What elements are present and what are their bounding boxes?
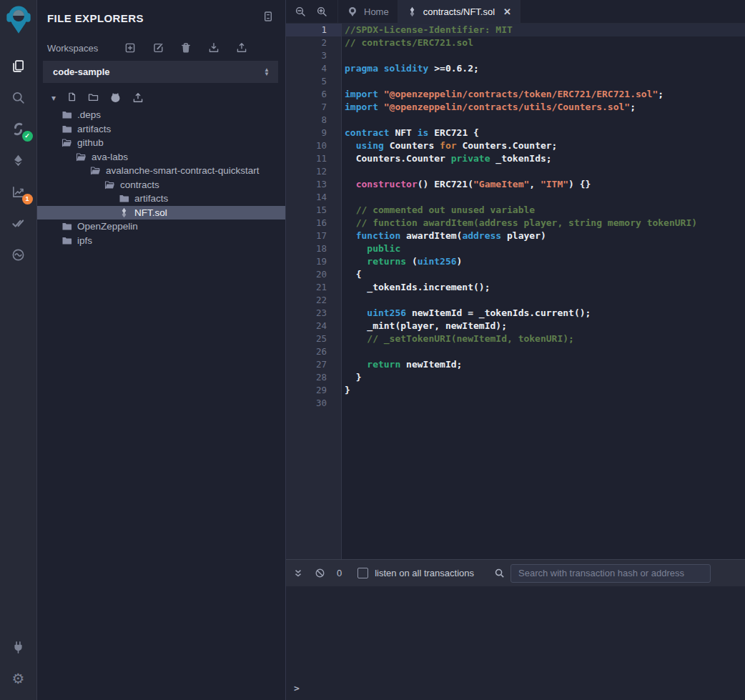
line-number[interactable]: 26	[286, 345, 342, 358]
code-line[interactable]: function awardItem(address player)	[342, 230, 745, 242]
code-line[interactable]: public	[342, 242, 745, 255]
code-line[interactable]	[342, 397, 745, 410]
code-line[interactable]: }	[342, 371, 745, 384]
line-number[interactable]: 6	[286, 88, 342, 101]
sidebar-sourcify-icon[interactable]	[6, 239, 31, 270]
code-line[interactable]: import "@openzeppelin/contracts/utils/Co…	[342, 101, 745, 114]
terminal-output[interactable]: >	[286, 586, 745, 700]
line-number[interactable]: 7	[286, 101, 342, 114]
sidebar-settings-icon[interactable]: ⚙	[6, 663, 31, 694]
code-line[interactable]: // _setTokenURI(newItemId, tokenURI);	[342, 332, 745, 345]
line-number[interactable]: 30	[286, 397, 342, 410]
line-number[interactable]: 17	[286, 230, 342, 242]
code-line[interactable]: constructor() ERC721("GameItem", "ITM") …	[342, 178, 745, 191]
listen-transactions-checkbox[interactable]	[357, 568, 368, 578]
tree-item--deps[interactable]: .deps	[37, 108, 285, 122]
line-number[interactable]: 28	[286, 371, 342, 384]
sidebar-deploy-run-icon[interactable]	[6, 144, 31, 176]
code-line[interactable]: _tokenIds.increment();	[342, 281, 745, 294]
line-number[interactable]: 18	[286, 242, 342, 255]
line-number[interactable]: 2	[286, 36, 342, 49]
line-number[interactable]: 19	[286, 255, 342, 268]
create-workspace-icon[interactable]	[124, 42, 136, 54]
code-line[interactable]	[342, 165, 745, 178]
tree-item-contracts[interactable]: contracts	[37, 178, 285, 192]
code-line[interactable]: using Counters for Counters.Counter;	[342, 139, 745, 152]
line-number[interactable]: 3	[286, 49, 342, 62]
code-line[interactable]: return newItemId;	[342, 358, 745, 371]
sidebar-analytics-icon[interactable]: 1	[6, 176, 31, 207]
tree-item-ipfs[interactable]: ipfs	[37, 234, 285, 248]
sidebar-unit-testing-icon[interactable]	[6, 207, 31, 239]
code-line[interactable]	[342, 49, 745, 62]
sidebar-solidity-compiler-icon[interactable]: ✓	[6, 113, 31, 144]
restore-workspaces-icon[interactable]	[236, 42, 247, 54]
workspace-select[interactable]: code-sample ▲▼	[43, 61, 278, 83]
code-line[interactable]: pragma solidity >=0.6.2;	[342, 62, 745, 75]
delete-workspace-icon[interactable]	[180, 42, 192, 54]
download-workspaces-icon[interactable]	[208, 42, 219, 54]
code-line[interactable]	[342, 345, 745, 358]
line-number[interactable]: 27	[286, 358, 342, 371]
terminal-prompt[interactable]: >	[294, 683, 300, 694]
code-line[interactable]: // commented out unused variable	[342, 204, 745, 217]
zoom-in-icon[interactable]	[315, 4, 329, 19]
tree-item-ava-labs[interactable]: ava-labs	[37, 150, 285, 164]
tree-item-nft-sol[interactable]: NFT.sol	[37, 206, 285, 220]
terminal-expand-icon[interactable]	[293, 568, 303, 578]
line-number[interactable]: 5	[286, 75, 342, 88]
remix-logo[interactable]	[4, 4, 33, 37]
line-number[interactable]: 25	[286, 332, 342, 345]
code-editor[interactable]: 1//SPDX-License-Identifier: MIT2// contr…	[286, 24, 745, 559]
line-number[interactable]: 22	[286, 294, 342, 307]
line-number[interactable]: 29	[286, 384, 342, 397]
code-line[interactable]: }	[342, 384, 745, 397]
code-line[interactable]: // function awardItem(address player, st…	[342, 217, 745, 230]
tree-item-openzeppelin[interactable]: OpenZeppelin	[37, 220, 285, 234]
new-file-icon[interactable]	[66, 92, 77, 103]
editor-tab-contracts-nft-sol[interactable]: contracts/NFT.sol✕	[398, 0, 520, 23]
line-number[interactable]: 24	[286, 320, 342, 332]
line-number[interactable]: 13	[286, 178, 342, 191]
rename-workspace-icon[interactable]	[152, 42, 164, 54]
tab-close-icon[interactable]: ✕	[503, 6, 511, 17]
code-line[interactable]: {	[342, 268, 745, 281]
line-number[interactable]: 14	[286, 191, 342, 204]
collapse-tree-icon[interactable]: ▾	[51, 94, 56, 102]
tree-item-artifacts[interactable]: artifacts	[37, 122, 285, 137]
code-line[interactable]: _mint(player, newItemId);	[342, 320, 745, 332]
code-line[interactable]	[342, 294, 745, 307]
zoom-out-icon[interactable]	[293, 4, 307, 19]
line-number[interactable]: 8	[286, 114, 342, 127]
line-number[interactable]: 20	[286, 268, 342, 281]
new-folder-icon[interactable]	[88, 92, 99, 103]
code-line[interactable]	[342, 75, 745, 88]
code-line[interactable]: Counters.Counter private _tokenIds;	[342, 152, 745, 165]
code-line[interactable]	[342, 191, 745, 204]
line-number[interactable]: 12	[286, 165, 342, 178]
docs-book-icon[interactable]	[262, 11, 274, 25]
line-number[interactable]: 15	[286, 204, 342, 217]
code-line[interactable]: uint256 newItemId = _tokenIds.current();	[342, 307, 745, 320]
code-line[interactable]: // contracts/ERC721.sol	[342, 36, 745, 49]
editor-tab-home[interactable]: Home	[337, 0, 398, 23]
code-line[interactable]	[342, 114, 745, 127]
sidebar-file-explorer-icon[interactable]	[6, 50, 31, 82]
code-line[interactable]: import "@openzeppelin/contracts/token/ER…	[342, 88, 745, 101]
line-number[interactable]: 16	[286, 217, 342, 230]
line-number[interactable]: 9	[286, 127, 342, 139]
sidebar-plugin-manager-icon[interactable]	[6, 631, 31, 663]
line-number[interactable]: 23	[286, 307, 342, 320]
line-number[interactable]: 4	[286, 62, 342, 75]
clone-git-icon[interactable]	[109, 92, 122, 104]
terminal-search-input[interactable]	[510, 564, 711, 583]
line-number[interactable]: 1	[286, 24, 342, 36]
publish-workspace-icon[interactable]	[132, 92, 144, 104]
line-number[interactable]: 21	[286, 281, 342, 294]
code-line[interactable]: //SPDX-License-Identifier: MIT	[342, 24, 745, 36]
line-number[interactable]: 10	[286, 139, 342, 152]
code-line[interactable]: contract NFT is ERC721 {	[342, 127, 745, 139]
sidebar-search-icon[interactable]	[6, 82, 31, 113]
tree-item-github[interactable]: github	[37, 136, 285, 150]
code-line[interactable]: returns (uint256)	[342, 255, 745, 268]
